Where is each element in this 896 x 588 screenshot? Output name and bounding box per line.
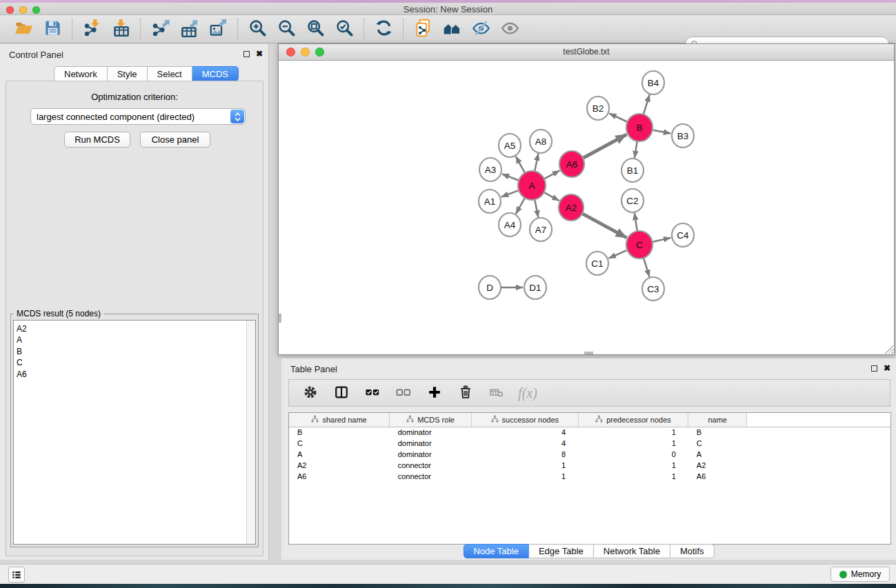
close-table-panel-icon[interactable]: ✖ bbox=[884, 364, 890, 372]
node-C3[interactable]: C3 bbox=[642, 277, 664, 301]
node-A1[interactable]: A1 bbox=[479, 190, 501, 213]
edge-B-B3[interactable] bbox=[653, 130, 671, 134]
column-header-MCDS-role[interactable]: MCDS role bbox=[390, 413, 472, 427]
node-table-grid[interactable]: shared nameMCDS rolesuccessor nodesprede… bbox=[288, 412, 891, 545]
table-cell[interactable]: 4 bbox=[471, 438, 578, 449]
check-all-button[interactable] bbox=[362, 383, 383, 403]
tab-edge-table[interactable]: Edge Table bbox=[529, 544, 594, 558]
node-C[interactable]: C bbox=[626, 231, 653, 258]
table-row[interactable]: Bdominator41B bbox=[289, 427, 890, 438]
node-A2[interactable]: A2 bbox=[559, 194, 584, 221]
zoom-out-button[interactable] bbox=[275, 17, 298, 41]
edge-B-B4[interactable] bbox=[644, 94, 650, 114]
close-panel-button[interactable]: Close panel bbox=[140, 132, 210, 148]
zoom-in-button[interactable] bbox=[246, 17, 269, 41]
table-cell[interactable]: A bbox=[289, 449, 390, 460]
table-cell[interactable]: dominator bbox=[390, 449, 472, 460]
edge-A-A5[interactable] bbox=[516, 156, 525, 173]
canvas-vertical-scroll-thumb[interactable] bbox=[279, 314, 281, 323]
node-B1[interactable]: B1 bbox=[621, 159, 644, 182]
add-row-button[interactable] bbox=[424, 383, 445, 403]
table-cell[interactable]: C bbox=[688, 438, 747, 449]
result-list-scrollbar[interactable] bbox=[246, 321, 255, 544]
edge-C-C4[interactable] bbox=[653, 238, 671, 242]
eye-slash-button[interactable] bbox=[469, 17, 492, 41]
edge-B-B2[interactable] bbox=[609, 114, 627, 122]
mcds-result-list[interactable]: A2ABCA6 bbox=[13, 320, 256, 545]
result-item[interactable]: A6 bbox=[17, 369, 255, 380]
node-A[interactable]: A bbox=[518, 171, 546, 200]
table-cell[interactable]: A6 bbox=[688, 471, 747, 482]
table-cell[interactable]: 1 bbox=[578, 460, 688, 471]
task-history-button[interactable] bbox=[8, 567, 25, 582]
table-cell[interactable]: A6 bbox=[289, 471, 390, 482]
node-A6[interactable]: A6 bbox=[559, 151, 584, 177]
open-folder-button[interactable] bbox=[12, 17, 35, 41]
table-cell[interactable]: dominator bbox=[390, 427, 472, 438]
table-row[interactable]: Adominator80A bbox=[289, 449, 890, 460]
edge-A6-B[interactable] bbox=[584, 134, 627, 158]
edge-A-A8[interactable] bbox=[535, 154, 538, 172]
tab-network[interactable]: Network bbox=[54, 66, 108, 81]
table-cell[interactable]: 0 bbox=[578, 449, 688, 460]
network-view-window[interactable]: testGlobe.txt A A5 A8 A3 A1 A4 A7 bbox=[278, 43, 895, 355]
result-item[interactable]: A2 bbox=[17, 323, 255, 334]
column-header-successor-nodes[interactable]: successor nodes bbox=[471, 413, 578, 427]
edge-B-B1[interactable] bbox=[635, 141, 637, 159]
node-D1[interactable]: D1 bbox=[524, 276, 546, 299]
canvas-horizontal-scroll-thumb[interactable] bbox=[584, 352, 593, 354]
table-row[interactable]: A6connector11A6 bbox=[289, 471, 890, 482]
table-cell[interactable]: 8 bbox=[471, 449, 578, 460]
refresh-button[interactable] bbox=[372, 17, 395, 41]
edge-A-A4[interactable] bbox=[516, 198, 525, 214]
node-C4[interactable]: C4 bbox=[672, 223, 694, 247]
node-B2[interactable]: B2 bbox=[587, 97, 609, 120]
network-from-file-button[interactable] bbox=[411, 17, 435, 41]
table-cell[interactable]: 1 bbox=[578, 427, 688, 438]
edge-C-C2[interactable] bbox=[635, 213, 637, 231]
edge-A-A6[interactable] bbox=[545, 170, 560, 179]
edge-A-A7[interactable] bbox=[535, 200, 538, 218]
split-columns-button[interactable] bbox=[331, 383, 352, 403]
table-cell[interactable]: A2 bbox=[688, 460, 747, 471]
save-button[interactable] bbox=[41, 17, 64, 41]
zoom-fit-button[interactable] bbox=[303, 17, 327, 41]
gear-button[interactable] bbox=[300, 383, 321, 403]
import-table-button[interactable] bbox=[109, 17, 132, 41]
tab-network-table[interactable]: Network Table bbox=[594, 544, 670, 558]
network-canvas[interactable]: A A5 A8 A3 A1 A4 A7 A6 A2 B bbox=[279, 61, 894, 354]
main-titlebar[interactable]: Session: New Session bbox=[0, 3, 896, 15]
table-cell[interactable]: connector bbox=[390, 460, 472, 471]
column-header-predecessor-nodes[interactable]: predecessor nodes bbox=[578, 413, 688, 427]
edge-A-A1[interactable] bbox=[501, 190, 519, 196]
edge-A-A3[interactable] bbox=[502, 174, 519, 180]
edge-A2-C[interactable] bbox=[583, 214, 627, 238]
import-network-button[interactable] bbox=[80, 17, 103, 41]
export-network-button[interactable] bbox=[148, 17, 172, 41]
node-A7[interactable]: A7 bbox=[530, 218, 552, 241]
node-B3[interactable]: B3 bbox=[672, 124, 694, 148]
result-item[interactable]: B bbox=[17, 346, 255, 357]
tab-motifs[interactable]: Motifs bbox=[670, 544, 715, 558]
close-panel-icon[interactable]: ✖ bbox=[256, 50, 263, 58]
uncheck-all-button[interactable] bbox=[393, 383, 414, 403]
tab-mcds[interactable]: MCDS bbox=[192, 66, 239, 81]
network-window-titlebar[interactable]: testGlobe.txt bbox=[279, 44, 894, 61]
window-resize-grip[interactable] bbox=[885, 345, 893, 354]
table-cell[interactable]: C bbox=[289, 438, 390, 449]
node-A3[interactable]: A3 bbox=[479, 158, 501, 181]
node-C2[interactable]: C2 bbox=[621, 189, 644, 212]
table-row[interactable]: A2connector11A2 bbox=[289, 460, 890, 471]
table-cell[interactable]: dominator bbox=[390, 438, 472, 449]
zoom-selected-button[interactable] bbox=[332, 17, 356, 41]
table-cell[interactable]: A bbox=[688, 449, 747, 460]
export-table-button[interactable] bbox=[177, 17, 201, 41]
table-cell[interactable]: connector bbox=[390, 471, 472, 482]
node-A4[interactable]: A4 bbox=[499, 213, 521, 236]
edge-C-C1[interactable] bbox=[609, 250, 627, 258]
criterion-dropdown[interactable]: largest connected component (directed) bbox=[30, 108, 246, 125]
table-cell[interactable]: 4 bbox=[471, 427, 578, 438]
table-row[interactable]: Cdominator41C bbox=[289, 438, 890, 449]
table-cell[interactable]: A2 bbox=[289, 460, 390, 471]
table-cell[interactable]: 1 bbox=[471, 471, 578, 482]
